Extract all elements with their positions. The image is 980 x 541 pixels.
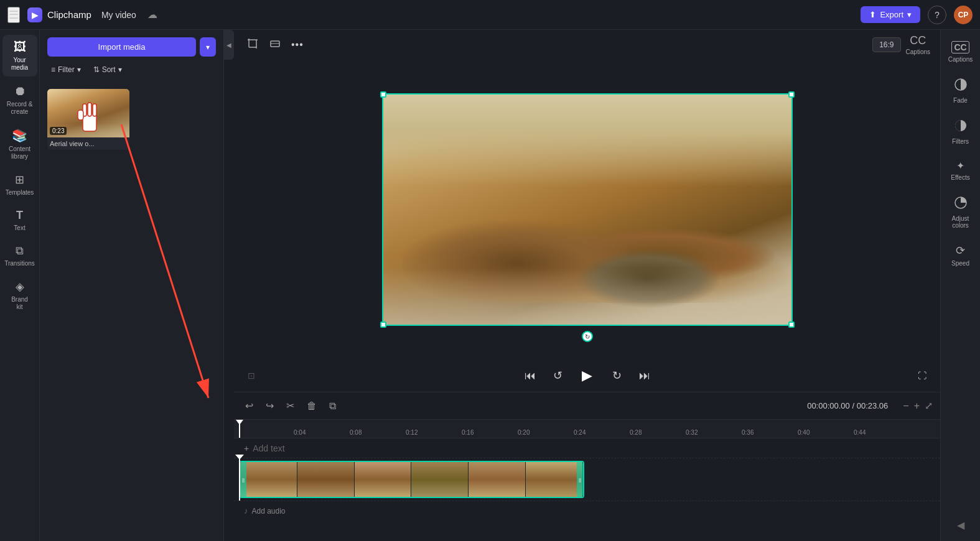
preview-topbar: ••• 16:9 CC Captions (234, 30, 940, 60)
aspect-ratio-button[interactable]: 16:9 (872, 37, 900, 52)
fullscreen-icon: ⛶ (918, 371, 926, 381)
right-speed-label: Speed (951, 260, 969, 267)
fullscreen-button[interactable]: ⛶ (914, 367, 930, 384)
add-audio-label[interactable]: ♪ Add audio (234, 506, 286, 516)
video-track-clip[interactable]: || || (239, 461, 584, 498)
timeline-time: 00:00:00.00 / 00:23.06 (807, 401, 888, 410)
right-sidebar-speed[interactable]: ⟳ Speed (943, 238, 978, 273)
vt-seg-3 (355, 462, 412, 497)
rewind-icon: ↺ (553, 369, 562, 382)
media-panel-header: Import media ▾ ≡ Filter ▾ ⇅ Sort ▾ (40, 30, 223, 84)
playhead (239, 458, 240, 501)
export-chevron-icon: ▾ (907, 10, 912, 19)
project-name[interactable]: My video (101, 10, 136, 20)
import-media-button[interactable]: Import media (47, 37, 196, 57)
crop-tool-button[interactable] (244, 35, 261, 55)
right-filters-icon (954, 119, 968, 136)
media-panel: Import media ▾ ≡ Filter ▾ ⇅ Sort ▾ (40, 30, 224, 541)
sidebar-item-templates[interactable]: ⊞ Templates (2, 168, 37, 201)
preview-area-container: ••• 16:9 CC Captions (234, 30, 940, 541)
zoom-controls: − + ⤢ (903, 400, 933, 412)
sort-button[interactable]: ⇅ Sort ▾ (90, 63, 126, 76)
media-label: Aerial view o... (47, 137, 129, 150)
media-item-aerial[interactable]: 0:23 Aerial view o... (47, 89, 129, 150)
filter-chevron-icon: ▾ (77, 65, 81, 74)
rewind-button[interactable]: ↺ (549, 365, 566, 386)
ruler-time-0:28: 0:28 (630, 429, 642, 436)
topbar-left: ☰ ▶ Clipchamp My video ☁ (7, 7, 861, 23)
clip-handle-right[interactable]: || (577, 462, 583, 497)
sidebar-item-content-library[interactable]: 📚 Contentlibrary (2, 123, 37, 165)
sidebar-item-your-media[interactable]: 🖼 Your media (2, 35, 37, 76)
audio-music-icon: ♪ (244, 506, 248, 516)
video-preview[interactable]: ↻ (382, 93, 793, 326)
video-track-thumbnails (240, 462, 583, 497)
caption-toggle-button[interactable]: ⊡ (244, 367, 259, 384)
sidebar-item-transitions[interactable]: ⧉ Transitions (2, 239, 37, 272)
filter-button[interactable]: ≡ Filter ▾ (47, 63, 85, 76)
video-frame (382, 93, 793, 326)
ruler-time-0:36: 0:36 (742, 429, 754, 436)
sidebar-item-label-brand-kit: Brandkit (11, 296, 28, 311)
sidebar-item-text[interactable]: T Text (2, 204, 37, 237)
fit-view-button[interactable]: ⤢ (925, 400, 933, 412)
transitions-icon: ⧉ (16, 244, 24, 257)
right-sidebar-filters[interactable]: Filters (943, 113, 978, 151)
cut-button[interactable]: ✂ (282, 397, 298, 414)
hamburger-menu[interactable]: ☰ (7, 7, 20, 23)
undo-icon: ↩ (245, 400, 253, 411)
media-duration: 0:23 (50, 127, 67, 135)
duplicate-button[interactable]: ⧉ (325, 398, 340, 414)
right-fade-icon (954, 78, 968, 95)
filter-icon: ≡ (51, 65, 55, 74)
zoom-out-button[interactable]: − (903, 400, 908, 412)
zoom-in-button[interactable]: + (914, 400, 920, 412)
sidebar-item-label-transitions: Transitions (4, 260, 35, 267)
forward-button[interactable]: ↻ (609, 365, 625, 386)
skip-start-button[interactable]: ⏮ (521, 366, 539, 386)
delete-button[interactable]: 🗑 (303, 398, 320, 414)
brand-kit-icon: ◈ (16, 280, 24, 294)
ruler-time-0:24: 0:24 (574, 429, 586, 436)
right-sidebar-fade[interactable]: Fade (943, 72, 978, 110)
captions-sidebar-button[interactable]: CC Captions (906, 34, 930, 55)
more-options-button[interactable]: ••• (289, 35, 306, 55)
duplicate-icon: ⧉ (329, 400, 336, 411)
filter-sort-row: ≡ Filter ▾ ⇅ Sort ▾ (47, 63, 216, 76)
undo-button[interactable]: ↩ (241, 397, 257, 414)
import-dropdown-button[interactable]: ▾ (200, 37, 216, 57)
templates-icon: ⊞ (15, 173, 24, 187)
sidebar-item-brand-kit[interactable]: ◈ Brandkit (2, 275, 37, 316)
right-effects-icon: ✦ (956, 160, 964, 172)
right-sidebar-captions[interactable]: CC Captions (943, 35, 978, 69)
add-audio-text: Add audio (252, 507, 286, 516)
right-sidebar-effects[interactable]: ✦ Effects (943, 154, 978, 187)
panel-collapse-button[interactable]: ◀ (224, 30, 234, 60)
play-icon: ▶ (582, 368, 592, 384)
right-sidebar-adjust-colors[interactable]: Adjustcolors (943, 190, 978, 235)
timeline-content: ▾ 0:04 0:08 0:12 0:16 (234, 420, 940, 541)
clip-handle-left[interactable]: || (240, 462, 246, 497)
right-effects-label: Effects (951, 174, 969, 181)
captions-label: Captions (906, 49, 930, 55)
play-button[interactable]: ▶ (576, 364, 599, 387)
help-button[interactable]: ? (928, 6, 946, 24)
vt-seg-5 (469, 462, 526, 497)
avatar[interactable]: CP (954, 6, 973, 24)
redo-button[interactable]: ↪ (262, 397, 278, 414)
sort-label: Sort (102, 65, 116, 74)
export-button[interactable]: ⬆ Export ▾ (861, 6, 920, 23)
text-icon: T (16, 209, 23, 222)
rotate-handle[interactable]: ↻ (582, 331, 593, 342)
ruler-time-0:08: 0:08 (350, 429, 362, 436)
skip-end-button[interactable]: ⏭ (635, 366, 654, 386)
caption-toggle-icon: ⊡ (248, 371, 255, 381)
ruler-time-0:12: 0:12 (406, 429, 418, 436)
sidebar-item-label-your-media: Your media (5, 57, 35, 72)
resize-tool-button[interactable] (266, 35, 284, 55)
right-captions-label: Captions (948, 56, 973, 63)
sidebar-item-record-create[interactable]: ⏺ Record &create (2, 79, 37, 121)
right-panel-collapse-button[interactable]: ◀ (952, 514, 969, 536)
add-text-label[interactable]: + Add text (234, 443, 285, 453)
playhead-triangle (235, 455, 244, 460)
